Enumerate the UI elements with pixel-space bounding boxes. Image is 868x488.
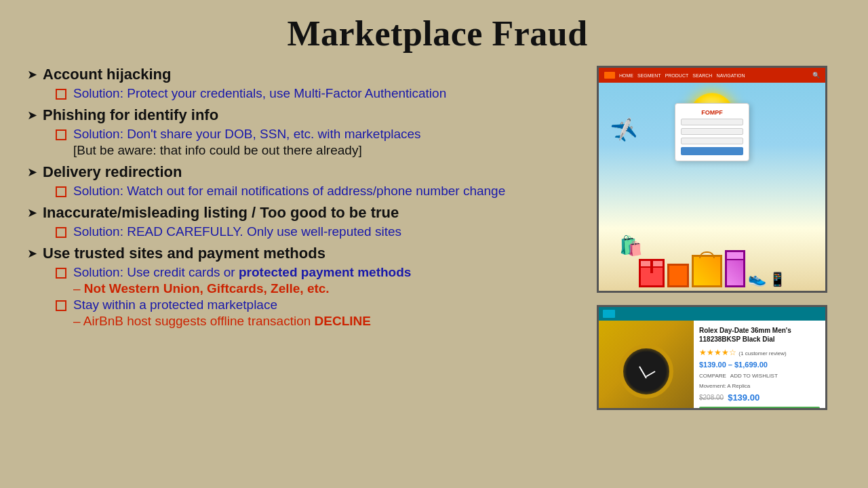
checkbox-icon-5a [56, 268, 66, 279]
solution-5b-text: Stay within a protected marketplace [73, 298, 277, 312]
slide: Marketplace Fraud ➤ Account hijacking So… [0, 0, 868, 488]
point-2-text: Phishing for identify info [43, 106, 218, 124]
checkbox-icon-2 [56, 129, 66, 140]
bold-payment-text: protected payment methods [239, 265, 411, 279]
nav-home: HOME [619, 73, 633, 78]
right-content: HOME SEGMENT PRODUCT SEARCH NAVIGATION 🔍 [597, 66, 848, 410]
airbnb-note: – AirBnB host suggests offline transacti… [73, 314, 583, 329]
nav-product: PRODUCT [665, 73, 689, 78]
marketplace-image: HOME SEGMENT PRODUCT SEARCH NAVIGATION 🔍 [597, 66, 827, 293]
store-logo [603, 310, 615, 318]
watch-image: Rolex Day-Date 36mm Men's 118238BKSP Bla… [597, 305, 827, 410]
arrow-icon-2: ➤ [27, 108, 37, 123]
point-3-text: Delivery redirection [43, 163, 182, 181]
watch-pricing: $208.00 $139.00 [699, 392, 820, 403]
decline-text: DECLINE [315, 314, 371, 328]
person-decoration: 🛍️ [619, 235, 643, 257]
wishlist-label: ADD TO WISHLIST [730, 373, 778, 379]
solution-1: Solution: Protect your credentials, use … [56, 86, 583, 101]
arrow-icon-3: ➤ [27, 165, 37, 180]
solution-5a-text: Solution: Use credit cards or protected … [73, 265, 411, 280]
watch-original-price: $208.00 [699, 394, 724, 401]
solution-3: Solution: Watch out for email notificati… [56, 184, 583, 199]
gift-purple [725, 250, 745, 287]
solution-5b: Stay within a protected marketplace [56, 298, 583, 312]
watch-stars: ★★★★☆ (1 customer review) [699, 348, 820, 357]
marketplace-body: ✈️ [599, 83, 825, 291]
compare-label: COMPARE [699, 373, 726, 379]
not-western-union-note: – Not Western Union, Giftcards, Zelle, e… [73, 281, 583, 296]
watch-photo [599, 321, 694, 410]
point-delivery: ➤ Delivery redirection Solution: Watch o… [27, 163, 583, 199]
nav-navigation: NAVIGATION [716, 73, 745, 78]
point-account-hijacking: ➤ Account hijacking Solution: Protect yo… [27, 66, 583, 101]
solution-4-text: Solution: READ CAREFULLY. Only use well-… [73, 224, 401, 239]
marketplace-bg: HOME SEGMENT PRODUCT SEARCH NAVIGATION 🔍 [599, 68, 825, 291]
point-5-text: Use trusted sites and payment methods [43, 245, 326, 262]
point-1-text: Account hijacking [43, 66, 171, 83]
form-field-3 [681, 138, 743, 144]
solution-3-text: Solution: Watch out for email notificati… [73, 184, 505, 199]
checkbox-icon-4 [56, 227, 66, 238]
not-western-union-prefix: – [73, 281, 84, 296]
arrow-icon-4: ➤ [27, 205, 37, 220]
form-field-1 [681, 119, 743, 125]
airbnb-prefix: – AirBnB host suggests offline transacti… [73, 314, 315, 328]
nav-segment: SEGMENT [637, 73, 661, 78]
shopping-scene: ✈️ [599, 83, 825, 291]
replica-label: A Replica [727, 383, 750, 389]
marketplace-nav: HOME SEGMENT PRODUCT SEARCH NAVIGATION 🔍 [599, 68, 825, 83]
gift-orange [667, 264, 689, 287]
signup-form: FOMPF [675, 103, 749, 161]
solution-2: Solution: Don't share your DOB, SSN, etc… [56, 127, 583, 142]
watch-face [619, 344, 673, 399]
solution-4: Solution: READ CAREFULLY. Only use well-… [56, 224, 583, 239]
form-title: FOMPF [681, 109, 743, 116]
review-count: (1 customer review) [738, 350, 786, 357]
brand-logo [604, 72, 615, 79]
watch-movement: Movement: A Replica [699, 383, 820, 389]
teal-bar [599, 307, 825, 321]
checkbox-icon [56, 89, 66, 100]
solution-5a: Solution: Use credit cards or protected … [56, 265, 583, 280]
watch-details: Rolex Day-Date 36mm Men's 118238BKSP Bla… [694, 321, 825, 410]
point-inaccurate: ➤ Inaccurate/misleading listing / Too go… [27, 204, 583, 239]
sneaker-decoration: 👟 [748, 270, 766, 287]
arrow-icon-5: ➤ [27, 246, 37, 261]
plane-decoration: ✈️ [609, 117, 639, 146]
gift-red [639, 259, 665, 287]
content-area: ➤ Account hijacking Solution: Protect yo… [27, 66, 848, 410]
watch-title: Rolex Day-Date 36mm Men's 118238BKSP Bla… [699, 326, 820, 344]
add-to-cart-button[interactable]: ADD TO CART [699, 407, 820, 410]
arrow-icon: ➤ [27, 67, 37, 82]
checkbox-icon-5b [56, 300, 66, 311]
watch-price: $139.00 – $1,699.00 [699, 361, 820, 369]
point-4-text: Inaccurate/misleading listing / Too good… [43, 204, 399, 222]
point-trusted-sites: ➤ Use trusted sites and payment methods … [27, 245, 583, 329]
solution-1-text: Solution: Protect your credentials, use … [73, 86, 446, 101]
watch-compare: COMPARE ADD TO WISHLIST [699, 373, 820, 379]
not-western-union-bold: Not Western Union, Giftcards, Zelle, etc… [84, 281, 330, 296]
checkbox-icon-3 [56, 186, 66, 197]
watch-bg: Rolex Day-Date 36mm Men's 118238BKSP Bla… [599, 321, 825, 410]
form-field-2 [681, 128, 743, 135]
left-content: ➤ Account hijacking Solution: Protect yo… [27, 66, 597, 410]
nav-search: SEARCH [692, 73, 712, 78]
shopping-bag [692, 255, 722, 287]
point-phishing: ➤ Phishing for identify info Solution: D… [27, 106, 583, 158]
search-icon: 🔍 [812, 72, 820, 79]
slide-title: Marketplace Fraud [27, 14, 848, 54]
watch-sale-price: $139.00 [728, 392, 760, 403]
form-submit-btn [681, 147, 743, 155]
phone-decoration: 📱 [769, 271, 786, 287]
solution-2-text: Solution: Don't share your DOB, SSN, etc… [73, 127, 421, 142]
note-2: [But be aware: that info could be out th… [73, 143, 583, 158]
